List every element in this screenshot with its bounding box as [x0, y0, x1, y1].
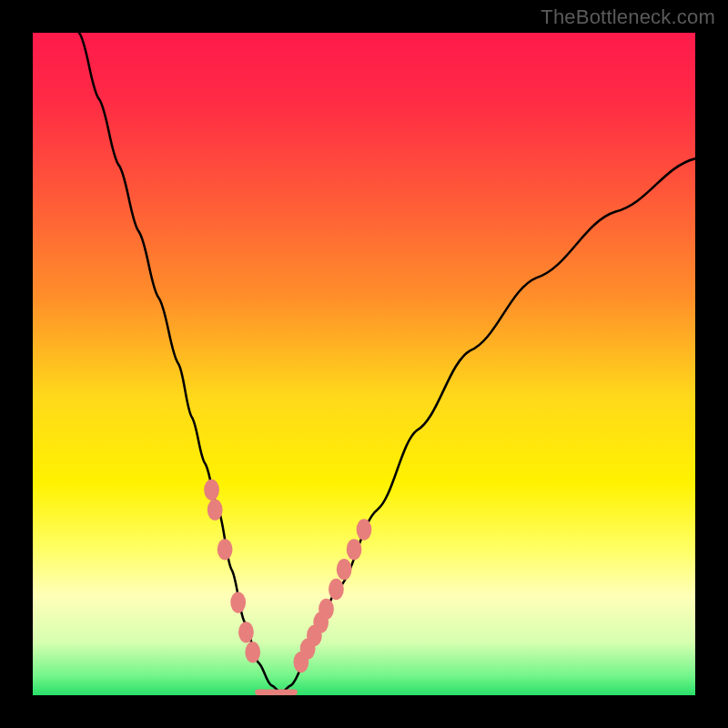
- marker-dot: [204, 480, 219, 500]
- attribution-text: TheBottleneck.com: [541, 5, 715, 29]
- chart-frame: TheBottleneck.com: [0, 0, 728, 728]
- marker-dot: [245, 642, 260, 662]
- marker-dot: [238, 622, 254, 642]
- marker-dot: [347, 539, 362, 560]
- chart-svg: [33, 33, 695, 695]
- plot-area: [33, 33, 695, 695]
- marker-dot: [329, 579, 344, 600]
- marker-dot: [230, 592, 246, 612]
- marker-dot: [337, 559, 352, 580]
- marker-dot: [357, 519, 372, 540]
- curve-markers: [204, 480, 371, 695]
- marker-bar: [285, 689, 298, 695]
- bottleneck-curve: [79, 33, 695, 693]
- marker-dot: [207, 500, 223, 521]
- marker-dot: [217, 539, 233, 560]
- marker-dot: [318, 599, 334, 620]
